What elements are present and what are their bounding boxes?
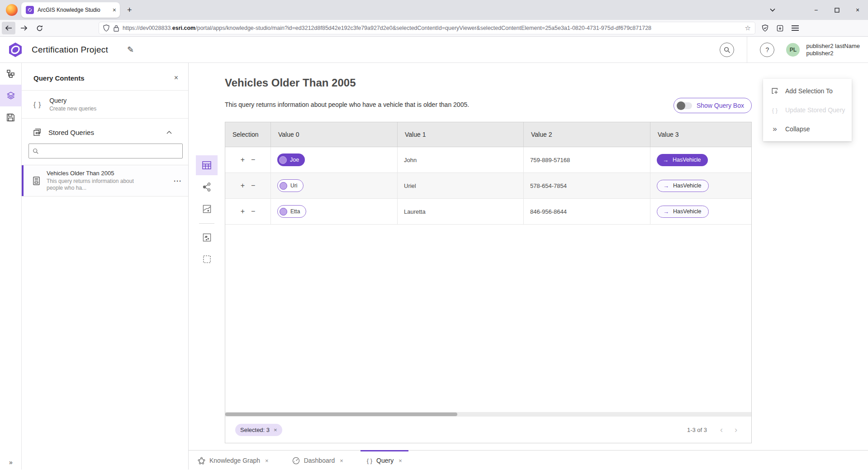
arrow-right-icon: → xyxy=(663,157,669,163)
clear-selection-icon[interactable]: × xyxy=(274,427,277,433)
arrow-right-icon: → xyxy=(663,182,669,189)
tab-query[interactable]: { } Query × xyxy=(360,450,408,470)
panel-close-icon[interactable]: × xyxy=(174,74,178,82)
column-header: Value 3 xyxy=(650,122,751,147)
toggle-switch[interactable] xyxy=(678,102,692,109)
url-text: https://dev0028833.esri.com/portal/apps/… xyxy=(123,25,741,31)
map-view-icon[interactable] xyxy=(196,199,218,219)
reload-icon[interactable] xyxy=(33,22,46,34)
menu-item-update-stored-query[interactable]: { } Update Stored Query xyxy=(763,101,852,120)
project-title: Certification Project xyxy=(32,45,108,55)
cell-value: Lauretta xyxy=(398,199,524,224)
add-to-selection-icon[interactable]: + xyxy=(241,156,245,164)
table-empty-area xyxy=(225,225,751,412)
add-to-selection-icon[interactable]: + xyxy=(241,207,245,216)
tab-close-icon[interactable]: × xyxy=(265,457,269,464)
query-results-table: Selection Value 0 Value 1 Value 2 Value … xyxy=(225,122,752,443)
relationship-pill[interactable]: →HasVehicle xyxy=(657,154,708,166)
remove-from-selection-icon[interactable]: − xyxy=(251,207,255,216)
browser-tab[interactable]: ArcGIS Knowledge Studio × xyxy=(21,2,120,18)
query-item-subtitle: Create new queries xyxy=(49,106,96,112)
table-view-icon[interactable] xyxy=(196,155,218,175)
selection-context-menu: Add Selection To { } Update Stored Query… xyxy=(763,79,852,141)
select-region-icon[interactable] xyxy=(196,249,218,269)
left-nav-rail: » xyxy=(0,63,22,470)
user-name: publisher2 lastName xyxy=(806,43,860,50)
tab-dashboard[interactable]: Dashboard × xyxy=(286,450,350,470)
view-toolbar xyxy=(189,122,225,450)
horizontal-scrollbar[interactable] xyxy=(225,412,751,417)
search-button[interactable] xyxy=(720,43,734,57)
user-info[interactable]: publisher2 lastName publisher2 xyxy=(806,43,860,57)
tracking-shield-icon[interactable] xyxy=(103,24,109,32)
menu-item-collapse[interactable]: » Collapse xyxy=(763,120,852,139)
entity-pill[interactable]: Etta xyxy=(277,205,306,218)
entity-dot-icon xyxy=(279,156,287,164)
bottom-tab-bar: Knowledge Graph × Dashboard × { } Query … xyxy=(189,450,868,470)
user-subtitle: publisher2 xyxy=(806,50,860,57)
relationship-pill[interactable]: →HasVehicle xyxy=(657,180,709,192)
stored-queries-search[interactable] xyxy=(28,144,183,158)
window-minimize-button[interactable]: − xyxy=(806,0,826,20)
list-tabs-icon[interactable] xyxy=(762,0,783,20)
avatar[interactable]: PL xyxy=(786,43,800,57)
window-maximize-button[interactable] xyxy=(826,0,847,20)
query-contents-panel: Query Contents × { } Query Create new qu… xyxy=(22,63,189,470)
add-to-selection-icon[interactable]: + xyxy=(241,182,245,190)
tab-close-icon[interactable]: × xyxy=(113,6,116,14)
stored-query-title: Vehicles Older Than 2005 xyxy=(47,170,145,177)
stored-query-item[interactable]: Vehicles Older Than 2005 This query retu… xyxy=(22,165,188,197)
query-item-title: Query xyxy=(49,97,96,104)
sitemap-icon[interactable] xyxy=(0,63,22,85)
archive-icon xyxy=(33,129,42,136)
tab-title: ArcGIS Knowledge Studio xyxy=(38,7,110,13)
entity-pill[interactable]: Uri xyxy=(277,179,304,192)
menu-hamburger-icon[interactable] xyxy=(792,25,799,31)
remove-from-selection-icon[interactable]: − xyxy=(251,182,255,190)
back-icon[interactable] xyxy=(2,22,15,34)
relationship-pill[interactable]: →HasVehicle xyxy=(657,206,709,218)
bookmark-star-icon[interactable]: ☆ xyxy=(745,24,751,32)
column-header: Value 0 xyxy=(271,122,398,147)
show-query-box-toggle[interactable]: Show Query Box xyxy=(674,98,752,113)
pocket-shield-icon[interactable] xyxy=(762,24,768,32)
forward-icon[interactable] xyxy=(17,22,31,34)
show-query-box-label: Show Query Box xyxy=(697,102,744,109)
cell-value: John xyxy=(398,147,524,173)
save-library-icon[interactable] xyxy=(777,25,783,32)
knowledge-studio-logo xyxy=(7,42,24,58)
layers-icon[interactable] xyxy=(0,85,22,106)
window-close-button[interactable]: × xyxy=(847,0,868,20)
stored-queries-header[interactable]: Stored Queries xyxy=(22,119,188,142)
query-create-item[interactable]: { } Query Create new queries xyxy=(22,91,188,119)
browser-url-bar: https://dev0028833.esri.com/portal/apps/… xyxy=(0,20,868,37)
tab-close-icon[interactable]: × xyxy=(340,457,343,464)
previous-page-icon[interactable]: ‹ xyxy=(715,423,728,436)
chevron-up-icon[interactable] xyxy=(166,131,172,134)
entity-pill[interactable]: Joe xyxy=(277,153,305,166)
map-overlay-icon[interactable] xyxy=(196,227,218,247)
tab-close-icon[interactable]: × xyxy=(398,457,402,464)
url-input[interactable]: https://dev0028833.esri.com/portal/apps/… xyxy=(99,22,755,34)
new-tab-button[interactable]: + xyxy=(127,5,132,15)
link-chart-icon[interactable] xyxy=(196,177,218,197)
menu-item-add-selection-to[interactable]: Add Selection To xyxy=(763,82,852,101)
more-options-icon[interactable]: ··· xyxy=(174,177,182,185)
help-button[interactable]: ? xyxy=(760,43,774,57)
scrollbar-thumb[interactable] xyxy=(225,412,457,416)
cell-value: Uriel xyxy=(398,173,524,198)
next-page-icon[interactable]: › xyxy=(730,423,742,436)
remove-from-selection-icon[interactable]: − xyxy=(251,156,255,164)
selected-count-chip[interactable]: Selected: 3 × xyxy=(235,424,282,436)
toolbar-divider xyxy=(199,223,214,224)
lock-icon[interactable] xyxy=(114,25,119,32)
table-header-row: Selection Value 0 Value 1 Value 2 Value … xyxy=(225,122,751,147)
arcgis-favicon-icon xyxy=(26,6,34,14)
save-icon[interactable] xyxy=(0,106,22,128)
tab-knowledge-graph[interactable]: Knowledge Graph × xyxy=(191,450,275,470)
firefox-icon[interactable] xyxy=(6,4,18,16)
expand-rail-icon[interactable]: » xyxy=(0,459,22,466)
search-input[interactable] xyxy=(43,148,179,154)
edit-title-icon[interactable]: ✎ xyxy=(127,45,134,55)
panel-title: Query Contents xyxy=(33,74,85,82)
